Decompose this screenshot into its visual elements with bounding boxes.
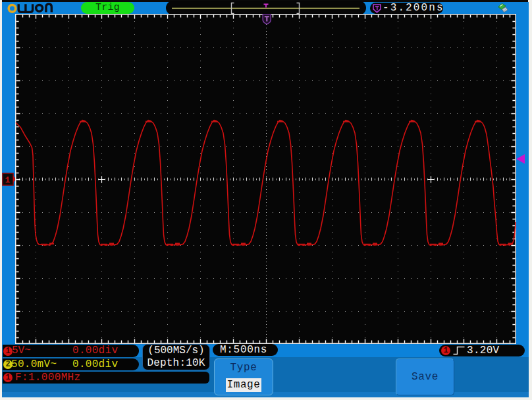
svg-text:1: 1 (5, 175, 11, 185)
